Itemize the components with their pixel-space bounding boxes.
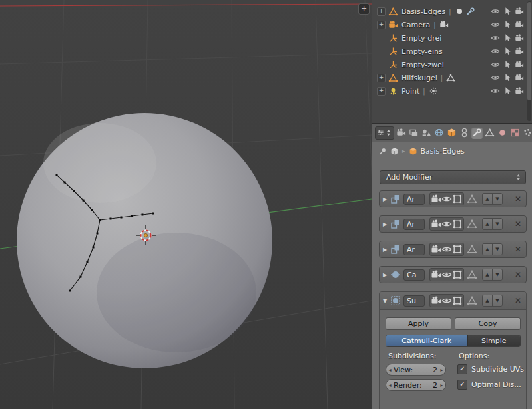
outliner-item-label[interactable]: Empty-zwei: [401, 61, 444, 69]
renderable-camera-icon[interactable]: [515, 20, 524, 29]
editmode-toggle-icon[interactable]: [452, 269, 463, 280]
expand-triangle-icon[interactable]: ▶: [380, 247, 390, 253]
visibility-eye-icon[interactable]: [491, 20, 500, 29]
realtime-toggle-icon[interactable]: [441, 295, 452, 306]
add-modifier-dropdown[interactable]: Add Modifier: [380, 170, 526, 184]
renderable-camera-icon[interactable]: [515, 86, 524, 96]
stepper-left-arrow-icon[interactable]: ◂: [386, 367, 394, 373]
renderable-camera-icon[interactable]: [515, 73, 524, 82]
outliner-row-empty-zwei[interactable]: + Empty-zwei: [372, 58, 532, 71]
delete-modifier-button[interactable]: ✕: [515, 270, 521, 279]
visibility-eye-icon[interactable]: [491, 7, 500, 16]
modifier-wrench-icon[interactable]: [466, 7, 475, 16]
render-toggle-icon[interactable]: [431, 244, 441, 255]
optimal-display-checkbox[interactable]: ✓: [457, 380, 467, 390]
move-up-button[interactable]: ▲: [483, 219, 492, 229]
modifier-header-array-3[interactable]: ▶ Ar ▲ ▼ ✕: [379, 241, 527, 258]
outliner-item-label[interactable]: Camera: [401, 21, 430, 29]
editmode-toggle-icon[interactable]: [452, 244, 463, 255]
tab-constraints[interactable]: [459, 127, 470, 139]
move-down-button[interactable]: ▼: [492, 244, 502, 255]
expand-toggle[interactable]: +: [377, 74, 386, 82]
expand-triangle-icon[interactable]: ▶: [380, 221, 390, 227]
viewport-3d[interactable]: [0, 0, 372, 409]
selectable-pointer-icon[interactable]: [503, 60, 512, 69]
modifier-name-field[interactable]: Su: [403, 295, 425, 307]
realtime-toggle-icon[interactable]: [441, 194, 452, 204]
outliner-item-label[interactable]: Empty-drei: [401, 34, 441, 43]
modifier-header-array-2[interactable]: ▶ Ar ▲ ▼ ✕: [379, 215, 527, 233]
tab-render-layers[interactable]: [408, 127, 419, 139]
outliner-row-camera[interactable]: + Camera |: [372, 18, 532, 31]
modifier-header-cast[interactable]: ▶ Ca ▲ ▼ ✕: [379, 266, 527, 283]
selectable-pointer-icon[interactable]: [503, 47, 512, 56]
move-up-button[interactable]: ▲: [483, 295, 492, 306]
material-icon[interactable]: [455, 7, 464, 16]
tab-scene[interactable]: [421, 127, 432, 139]
realtime-toggle-icon[interactable]: [441, 244, 452, 255]
delete-modifier-button[interactable]: ✕: [515, 194, 521, 204]
selectable-pointer-icon[interactable]: [503, 7, 512, 16]
visibility-eye-icon[interactable]: [491, 86, 500, 96]
outliner-scrollbar[interactable]: [527, 1, 531, 121]
mesh-data-icon[interactable]: [446, 73, 455, 82]
renderable-camera-icon[interactable]: [515, 33, 524, 43]
pin-icon[interactable]: [378, 147, 387, 156]
render-toggle-icon[interactable]: [431, 219, 441, 229]
move-up-button[interactable]: ▲: [483, 244, 492, 255]
object-browse-icon[interactable]: [390, 147, 399, 156]
expand-toggle[interactable]: +: [377, 87, 386, 96]
cage-toggle-icon[interactable]: [467, 269, 477, 280]
move-down-button[interactable]: ▼: [492, 219, 502, 229]
editmode-toggle-icon[interactable]: [452, 295, 463, 306]
visibility-eye-icon[interactable]: [491, 47, 500, 56]
modifier-header-array-1[interactable]: ▶ Ar ▲ ▼ ✕: [379, 190, 527, 207]
stepper-right-arrow-icon[interactable]: ▸: [438, 367, 445, 373]
tab-material[interactable]: [497, 127, 508, 139]
outliner-row-basis-edges[interactable]: + Basis-Edges |: [372, 5, 532, 18]
subdivide-uvs-checkbox[interactable]: ✓: [457, 364, 467, 374]
modifier-name-field[interactable]: Ar: [403, 219, 425, 230]
camera-data-icon[interactable]: [439, 20, 449, 29]
delete-modifier-button[interactable]: ✕: [515, 219, 521, 229]
outliner-item-label[interactable]: Empty-eins: [401, 47, 443, 56]
scrollbar-handle[interactable]: [527, 2, 531, 100]
outliner-item-label[interactable]: Point: [401, 87, 419, 96]
cage-toggle-icon[interactable]: [467, 194, 477, 204]
editmode-toggle-icon[interactable]: [452, 219, 463, 229]
move-down-button[interactable]: ▼: [492, 269, 502, 280]
lamp-data-icon[interactable]: [429, 86, 438, 96]
editmode-toggle-icon[interactable]: [452, 194, 463, 204]
copy-button[interactable]: Copy: [455, 317, 521, 330]
view-subdivisions-stepper[interactable]: ◂ View: 2 ▸: [386, 364, 446, 376]
outliner-row-hilfskugel[interactable]: + Hilfskugel |: [372, 71, 532, 84]
simple-button[interactable]: Simple: [467, 335, 520, 346]
expand-toggle[interactable]: +: [377, 7, 386, 16]
renderable-camera-icon[interactable]: [515, 60, 524, 69]
cage-toggle-icon[interactable]: [467, 244, 477, 255]
render-toggle-icon[interactable]: [431, 269, 441, 280]
outliner-item-label[interactable]: Basis-Edges: [401, 7, 445, 16]
collapse-triangle-icon[interactable]: ▼: [380, 298, 390, 304]
outliner-row-empty-eins[interactable]: + Empty-eins: [372, 45, 532, 58]
region-expand-button[interactable]: +: [358, 3, 370, 15]
move-down-button[interactable]: ▼: [492, 295, 502, 306]
expand-triangle-icon[interactable]: ▶: [380, 196, 390, 202]
renderable-camera-icon[interactable]: [515, 47, 524, 56]
tab-texture[interactable]: [509, 127, 521, 139]
delete-modifier-button[interactable]: ✕: [515, 296, 521, 305]
outliner-row-point[interactable]: + Point |: [372, 84, 532, 98]
stepper-left-arrow-icon[interactable]: ◂: [386, 382, 394, 388]
visibility-eye-icon[interactable]: [491, 73, 500, 82]
render-toggle-icon[interactable]: [431, 194, 441, 204]
modifier-name-field[interactable]: Ca: [403, 269, 425, 281]
visibility-eye-icon[interactable]: [491, 60, 500, 69]
tab-object-data[interactable]: [484, 127, 495, 139]
outliner-item-label[interactable]: Hilfskugel: [401, 74, 437, 82]
selectable-pointer-icon[interactable]: [503, 73, 512, 82]
cage-toggle-icon[interactable]: [467, 295, 477, 306]
visibility-eye-icon[interactable]: [491, 33, 500, 43]
modifier-name-field[interactable]: Ar: [403, 244, 425, 255]
expand-triangle-icon[interactable]: ▶: [380, 272, 390, 278]
apply-button[interactable]: Apply: [386, 317, 451, 330]
